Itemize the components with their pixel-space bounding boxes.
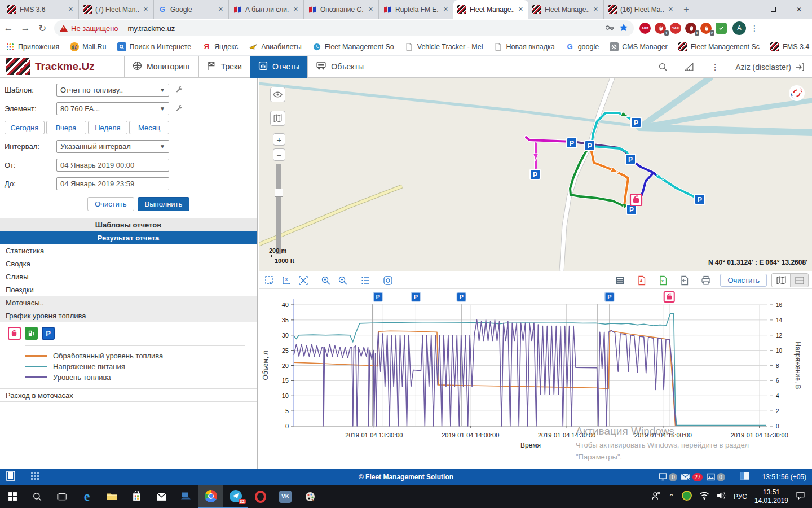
sidebar-menu-item[interactable]: Шаблоны отчетов xyxy=(0,218,257,231)
parking-marker[interactable]: P xyxy=(567,138,577,148)
tab-close-icon[interactable]: ✕ xyxy=(292,6,299,13)
telegram-icon[interactable]: 32 xyxy=(223,485,248,508)
report-view-icon[interactable] xyxy=(613,274,628,287)
tray-language[interactable]: РУС xyxy=(734,493,747,501)
run-report-button[interactable]: Выполнить xyxy=(138,197,190,211)
header-menu-icon[interactable]: ⋮ xyxy=(703,56,727,78)
nav-globe[interactable]: Мониторинг xyxy=(124,56,198,78)
tab-close-icon[interactable]: ✕ xyxy=(67,6,74,13)
opera-icon[interactable] xyxy=(248,485,273,508)
print-icon[interactable] xyxy=(699,274,713,287)
close-button[interactable]: ✕ xyxy=(786,0,812,19)
zoom-out-icon[interactable] xyxy=(336,274,350,287)
chart-fuel-marker[interactable] xyxy=(664,292,674,302)
bookmark-item[interactable]: ЯЯндекс xyxy=(202,42,238,51)
hand-extension-icon[interactable]: 1 xyxy=(655,23,666,34)
browser-tab[interactable]: Ruptela FM E...✕ xyxy=(378,0,453,19)
sidebar-menu-item[interactable]: Результат отчета xyxy=(0,231,257,244)
chart-parking-marker[interactable]: P xyxy=(457,292,466,301)
zoom-reset-icon[interactable] xyxy=(296,274,311,287)
fuel-drain-toggle[interactable] xyxy=(8,327,21,340)
tab-close-icon[interactable]: ✕ xyxy=(517,6,524,13)
footer-photo-icon[interactable]: 0 xyxy=(706,472,725,481)
bookmark-item[interactable]: Новая вкладка xyxy=(493,42,554,51)
tray-volume-icon[interactable] xyxy=(717,492,726,502)
chart-parking-marker[interactable]: P xyxy=(605,292,614,301)
footer-mail-icon[interactable]: 27 xyxy=(681,472,702,481)
tray-chevron-up-icon[interactable]: ⌃ xyxy=(669,493,674,501)
url-text[interactable]: my.trackme.uz xyxy=(128,24,606,33)
interval-select[interactable]: Указанный интервал▼ xyxy=(56,140,169,153)
bookmark-star-icon[interactable] xyxy=(619,23,628,34)
chart-settings-icon[interactable] xyxy=(381,274,395,287)
map-area[interactable]: PPPPPPP + − 200 m 1000 ft N 40° 01.3124'… xyxy=(259,78,812,271)
parking-marker[interactable]: P xyxy=(585,141,595,151)
export-pdf-icon[interactable]: A xyxy=(634,274,649,287)
tab-close-icon[interactable]: ✕ xyxy=(442,6,449,13)
tab-close-icon[interactable]: ✕ xyxy=(367,6,374,13)
tray-notification-icon[interactable] xyxy=(796,491,805,502)
range-button[interactable]: Месяц xyxy=(129,121,169,134)
bookmark-item[interactable]: @Mail.Ru xyxy=(70,42,106,51)
paint-app-icon[interactable] xyxy=(298,485,323,508)
ruler-icon[interactable] xyxy=(676,56,703,78)
sidebar-menu-item[interactable]: График уровня топлива xyxy=(0,309,257,322)
tab-close-icon[interactable]: ✕ xyxy=(592,6,599,13)
map-zoom-slider-handle[interactable] xyxy=(275,189,283,197)
sidebar-menu-item[interactable]: Статистика xyxy=(0,244,257,257)
bookmark-item[interactable]: Ggoogle xyxy=(566,42,599,51)
tab-close-icon[interactable]: ✕ xyxy=(142,6,149,13)
start-button[interactable] xyxy=(0,485,25,508)
shield-extension-icon[interactable] xyxy=(716,23,727,34)
bookmark-item[interactable]: FMS 3.4 xyxy=(770,42,809,51)
tray-people-icon[interactable] xyxy=(651,491,661,502)
chart-parking-marker[interactable]: P xyxy=(411,292,420,301)
map-zoom-out-button[interactable]: − xyxy=(273,148,285,161)
nav-truck[interactable]: Объекты xyxy=(307,56,372,78)
split-view-toggle[interactable] xyxy=(790,274,808,287)
zoom-x-axis-icon[interactable]: x xyxy=(279,274,294,287)
taskbar-search-icon[interactable] xyxy=(25,485,50,508)
sidebar-menu-item[interactable]: Моточасы.. xyxy=(0,296,257,309)
tray-wifi-icon[interactable] xyxy=(699,492,709,502)
map-view-toggle[interactable] xyxy=(772,274,790,287)
user-menu[interactable]: Aziz (disclaster) xyxy=(727,56,812,78)
map-layers-button[interactable] xyxy=(270,111,285,126)
chart-clear-button[interactable]: Очистить xyxy=(720,274,767,287)
fuel-chart-area[interactable]: 051015202530354002468101214162019-01-04 … xyxy=(259,290,812,469)
tab-close-icon[interactable]: ✕ xyxy=(667,6,674,13)
hand-extension-icon[interactable]: 1 xyxy=(685,23,696,34)
bookmark-item[interactable]: Поиск в Интернете xyxy=(117,42,192,51)
fuel-chart-canvas[interactable]: 051015202530354002468101214162019-01-04 … xyxy=(259,290,812,469)
map-visibility-eye-button[interactable] xyxy=(270,87,285,102)
hand-extension-icon[interactable]: 2 xyxy=(700,23,712,34)
browser-menu-icon[interactable]: ⋮ xyxy=(751,24,758,33)
tab-close-icon[interactable]: ✕ xyxy=(217,6,224,13)
browser-tab[interactable]: FMS 3.6✕ xyxy=(3,0,78,19)
tray-clock[interactable]: 13:5114.01.2019 xyxy=(754,488,788,505)
security-warning-icon[interactable] xyxy=(60,25,68,32)
chart-legend-list-icon[interactable] xyxy=(358,274,373,287)
abp-extension-icon[interactable]: ABP xyxy=(639,23,651,34)
to-date-input[interactable]: 04 Январь 2019 23:59 xyxy=(56,177,169,190)
tray-antivirus-icon[interactable] xyxy=(682,491,692,503)
element-settings-wrench-icon[interactable] xyxy=(175,104,183,113)
yab-extension-icon[interactable]: YAB xyxy=(670,23,681,34)
bookmark-item[interactable]: CMS Manager xyxy=(610,42,668,51)
sidebar-menu-item[interactable]: Сливы xyxy=(0,270,257,283)
map-zoom-slider[interactable] xyxy=(276,164,281,254)
parking-marker[interactable]: P xyxy=(631,117,641,128)
browser-tab[interactable]: Fleet Manage...✕ xyxy=(453,0,528,19)
map-canvas[interactable]: PPPPPPP xyxy=(259,78,812,271)
map-zoom-in-button[interactable]: + xyxy=(273,133,285,146)
app-logo-text[interactable]: Trackme.Uz xyxy=(35,60,108,73)
from-date-input[interactable]: 04 Январь 2019 00:00 xyxy=(56,159,169,172)
microsoft-store-icon[interactable] xyxy=(124,485,149,508)
edge-icon[interactable]: e xyxy=(74,485,99,508)
chrome-icon[interactable] xyxy=(198,485,223,508)
back-button[interactable]: ← xyxy=(0,20,17,36)
bookmark-item[interactable]: Fleet Management Sc xyxy=(678,42,760,51)
address-bar[interactable]: Не защищено my.trackme.uz xyxy=(54,20,634,36)
bookmark-item[interactable]: Vehicle Tracker - Mei xyxy=(405,42,483,51)
chart-parking-marker[interactable]: P xyxy=(373,292,382,301)
